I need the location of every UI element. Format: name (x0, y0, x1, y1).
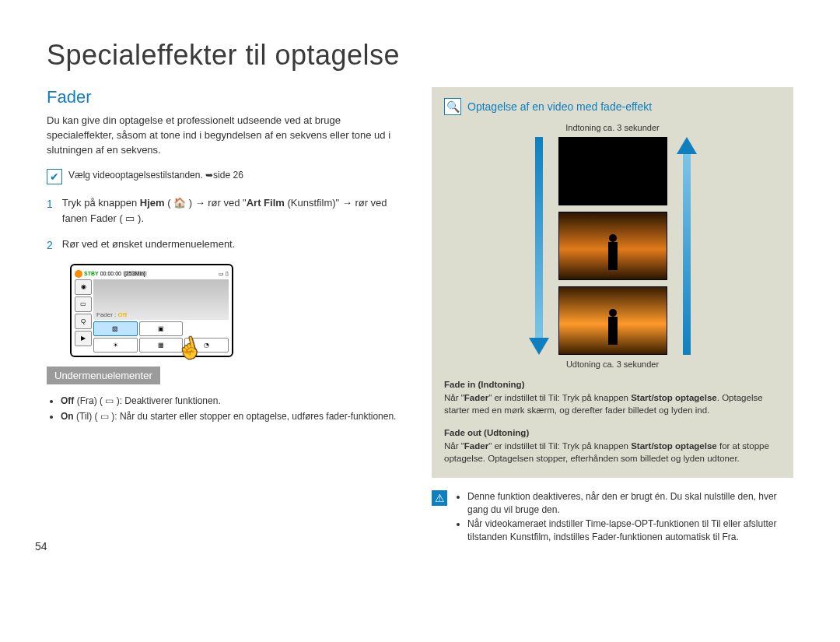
example-panel: 🔍 Optagelse af en video med fade-effekt … (432, 87, 793, 478)
arrow-up-icon (677, 137, 697, 355)
lcd-remain: [253Min] (123, 271, 147, 276)
fadein-block: Fade in (Indtoning) Når "Fader" er indst… (444, 378, 781, 417)
intro-text: Du kan give din optagelse et professione… (47, 114, 408, 158)
frame-dark (558, 137, 667, 205)
magnifier-icon: 🔍 (444, 98, 461, 115)
fadeout-block: Fade out (Udtoning) Når "Fader" er indst… (444, 426, 781, 465)
svg-rect-0 (535, 137, 543, 338)
submenu-header: Undermenuelementer (47, 367, 160, 384)
battery-icon: ▭ ▯ (219, 271, 229, 277)
lcd-sidebar: ◉ ▭ Q ▶ (75, 279, 92, 353)
fadeout-caption: Udtoning ca. 3 sekunder (444, 360, 781, 369)
page-title: Specialeffekter til optagelse (47, 39, 793, 72)
warning-item: Når videokameraet indstiller Time-lapse-… (467, 517, 793, 545)
check-icon: ✔ (47, 169, 62, 184)
lcd-option-cell: ☀ (93, 338, 138, 353)
submenu-item-off: Off (Fra) ( ▭ ): Deaktiverer funktionen. (61, 394, 408, 408)
lcd-time: 00:00:00 (100, 271, 121, 276)
page-number: 54 (35, 540, 47, 553)
section-heading: Fader (47, 87, 408, 107)
lcd-side-btn: Q (75, 314, 92, 329)
step-2-text: Rør ved et ønsket undermenuelement. (62, 237, 408, 254)
step-2: 2 Rør ved et ønsket undermenuelement. (47, 237, 408, 254)
svg-marker-1 (529, 338, 549, 355)
lcd-side-btn: ◉ (75, 279, 92, 295)
preset-text: Vælg videooptagelsestilstanden. ➥side 26 (68, 169, 243, 182)
step-1-text: Tryk på knappen Hjem ( 🏠 ) → rør ved "Ar… (62, 195, 408, 228)
fade-diagram (444, 137, 781, 355)
lcd-scene: Fader : Off (93, 279, 229, 320)
step-number: 1 (47, 195, 53, 228)
warning-list: Denne funktion deaktiveres, når den er b… (455, 490, 793, 545)
step-1: 1 Tryk på knappen Hjem ( 🏠 ) → rør ved "… (47, 195, 408, 228)
stby-label: STBY (84, 271, 99, 276)
submenu-list: Off (Fra) ( ▭ ): Deaktiverer funktionen.… (47, 394, 408, 423)
right-column: 🔍 Optagelse af en video med fade-effekt … (432, 87, 793, 545)
lcd-side-btn: ▶ (75, 331, 92, 346)
warning-icon: ⚠ (432, 490, 447, 506)
frame-mid (558, 212, 667, 280)
panel-title: Optagelse af en video med fade-effekt (467, 100, 652, 113)
lcd-preview: STBY 00:00:00 [253Min] ▭ ▯ ◉ ▭ Q ▶ Fader… (70, 264, 233, 357)
svg-marker-2 (677, 137, 697, 154)
arrow-down-icon (529, 137, 549, 355)
step-number: 2 (47, 237, 53, 254)
frame-bright (558, 286, 667, 355)
warning-item: Denne funktion deaktiveres, når den er b… (467, 490, 793, 517)
fadein-caption: Indtoning ca. 3 sekunder (444, 123, 781, 132)
fader-on-cell: ▣ (139, 321, 184, 336)
preset-row: ✔ Vælg videooptagelsestilstanden. ➥side … (47, 169, 408, 184)
lcd-side-btn: ▭ (75, 296, 92, 312)
fader-off-cell: ▧ (93, 321, 138, 336)
svg-rect-3 (683, 154, 691, 355)
left-column: Fader Du kan give din optagelse et profe… (47, 87, 408, 545)
warning-row: ⚠ Denne funktion deaktiveres, når den er… (432, 490, 793, 545)
submenu-item-on: On (Til) ( ▭ ): Når du starter eller sto… (61, 409, 408, 423)
record-mode-icon (75, 270, 82, 278)
